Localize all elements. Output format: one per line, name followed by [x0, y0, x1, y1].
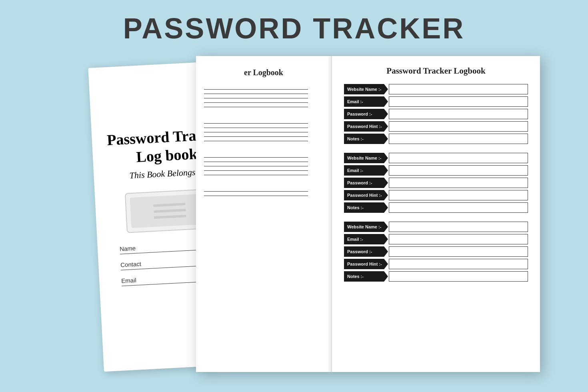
- entry-row-email-2: Email :-: [344, 165, 528, 176]
- password-label-3: Password :-: [344, 246, 388, 257]
- password-label-1: Password :-: [344, 109, 388, 119]
- line-group-2: [204, 119, 323, 145]
- password-label-2: Password :-: [344, 178, 388, 188]
- right-page: Password Tracker Logbook Website Name :-…: [332, 56, 540, 372]
- entry-row-email-3: Email :-: [344, 234, 528, 244]
- hint-input-2[interactable]: [389, 190, 528, 200]
- line: [204, 102, 308, 103]
- email-input-1[interactable]: [389, 96, 528, 107]
- right-page-title: Password Tracker Logbook: [344, 66, 528, 76]
- line: [204, 128, 308, 128]
- line-group-4: [204, 187, 323, 200]
- hint-label-3: Password Hint :-: [344, 259, 388, 269]
- line: [204, 136, 308, 137]
- line: [204, 123, 308, 124]
- website-label-2: Website Name :-: [344, 153, 388, 163]
- website-input-2[interactable]: [389, 153, 528, 163]
- entry-row-password-3: Password :-: [344, 246, 528, 257]
- open-book: er Logbook: [196, 56, 540, 372]
- notes-input-3[interactable]: [389, 271, 528, 282]
- email-label-2: Email :-: [344, 165, 388, 176]
- line: [204, 89, 308, 90]
- entry-row-website-1: Website Name :-: [344, 84, 528, 94]
- entry-row-notes-3: Notes :-: [344, 271, 528, 282]
- entry-block-2: Website Name :- Email :- Password :- Pas…: [344, 153, 528, 213]
- line: [204, 141, 308, 141]
- line: [204, 107, 308, 107]
- website-label-3: Website Name :-: [344, 222, 388, 232]
- website-input-3[interactable]: [389, 222, 528, 232]
- entry-row-notes-2: Notes :-: [344, 202, 528, 213]
- entry-block-1: Website Name :- Email :- Password :- Pas…: [344, 84, 528, 144]
- entry-row-email-1: Email :-: [344, 96, 528, 107]
- book-container: Password TrackerLog book This Book Belon…: [80, 56, 568, 380]
- password-input-3[interactable]: [389, 246, 528, 257]
- entry-row-password-1: Password :-: [344, 109, 528, 119]
- left-page: er Logbook: [196, 56, 332, 372]
- entry-row-website-3: Website Name :-: [344, 222, 528, 232]
- line: [204, 132, 308, 132]
- line: [204, 175, 308, 175]
- line-group-3: [204, 153, 323, 179]
- main-title: PASSWORD TRACKER: [0, 0, 588, 45]
- line: [204, 98, 308, 98]
- left-page-title: er Logbook: [204, 68, 323, 77]
- line-group-1: [204, 85, 323, 111]
- line: [204, 94, 308, 94]
- email-input-3[interactable]: [389, 234, 528, 244]
- entry-row-website-2: Website Name :-: [344, 153, 528, 163]
- notes-input-1[interactable]: [389, 134, 528, 144]
- hint-label-1: Password Hint :-: [344, 121, 388, 132]
- password-input-1[interactable]: [389, 109, 528, 119]
- email-label-1: Email :-: [344, 96, 388, 107]
- line: [204, 196, 308, 196]
- email-label-3: Email :-: [344, 234, 388, 244]
- notes-label-2: Notes :-: [344, 202, 388, 213]
- cover-subtitle: This Book Belongs To: [129, 166, 206, 181]
- notes-label-3: Notes :-: [344, 271, 388, 282]
- entry-row-hint-1: Password Hint :-: [344, 121, 528, 132]
- notes-label-1: Notes :-: [344, 134, 388, 144]
- left-page-lines: [204, 85, 323, 208]
- entry-block-3: Website Name :- Email :- Password :- Pas…: [344, 222, 528, 282]
- password-input-2[interactable]: [389, 178, 528, 188]
- email-input-2[interactable]: [389, 165, 528, 176]
- entry-row-password-2: Password :-: [344, 178, 528, 188]
- hint-input-1[interactable]: [389, 121, 528, 132]
- entry-row-hint-3: Password Hint :-: [344, 259, 528, 269]
- website-label-1: Website Name :-: [344, 84, 388, 94]
- hint-label-2: Password Hint :-: [344, 190, 388, 200]
- line: [204, 157, 308, 158]
- entry-row-hint-2: Password Hint :-: [344, 190, 528, 200]
- line: [204, 162, 308, 162]
- hint-input-3[interactable]: [389, 259, 528, 269]
- entry-row-notes-1: Notes :-: [344, 134, 528, 144]
- line: [204, 170, 308, 171]
- line: [204, 191, 308, 192]
- website-input-1[interactable]: [389, 84, 528, 94]
- line: [204, 166, 308, 166]
- notes-input-2[interactable]: [389, 202, 528, 213]
